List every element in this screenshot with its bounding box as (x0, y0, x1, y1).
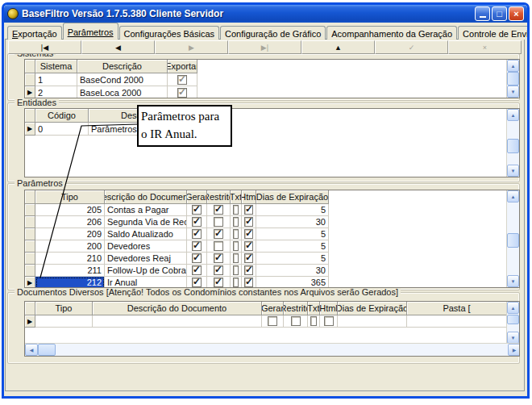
nav-last-button[interactable]: ▶| (228, 40, 301, 54)
html-checkbox[interactable] (244, 217, 253, 227)
table-row-selected[interactable]: ▶ 212 Ir Anual 365 (25, 277, 519, 288)
gerar-checkbox[interactable] (192, 253, 202, 263)
entidades-vertical-scrollbar[interactable]: ▲ ▼ (506, 109, 519, 177)
restrito-checkbox[interactable] (291, 316, 301, 326)
table-row[interactable]: 209 Saldo Atualizado 5 (25, 228, 519, 240)
nav-post-button[interactable]: ✓ (375, 40, 448, 54)
html-checkbox[interactable] (244, 278, 253, 287)
table-row[interactable]: 210 Devedores Reaj 5 (25, 253, 519, 265)
record-navigator: |◀ ◀ ▶ ▶| ▲ ✓ × (8, 40, 522, 54)
dias-cell: 5 (256, 253, 329, 265)
scroll-track[interactable] (507, 72, 519, 86)
scroll-up-icon[interactable]: ▲ (507, 302, 519, 314)
tab-configuracao-de-grafico[interactable]: Configuração de Gráfico (220, 26, 326, 40)
app-icon (7, 8, 19, 19)
titlebar[interactable]: BaseFiltro Versão 1.7.5.380 Cliente Serv… (4, 5, 527, 23)
minimize-button[interactable] (475, 6, 490, 21)
txt-checkbox[interactable] (310, 316, 317, 326)
txt-checkbox[interactable] (233, 205, 239, 215)
scroll-down-icon[interactable]: ▼ (507, 165, 519, 177)
tab-acompanhamento-da-geracao[interactable]: Acompanhamento da Geração (326, 26, 457, 40)
scroll-track[interactable] (507, 314, 519, 332)
tab-configuracoes-basicas[interactable]: Configurações Básicas (119, 26, 220, 40)
scroll-thumb[interactable] (38, 344, 56, 356)
txt-checkbox[interactable] (233, 217, 239, 227)
close-button[interactable]: × (509, 6, 524, 21)
scroll-track[interactable] (38, 344, 508, 356)
documentos-horizontal-scrollbar[interactable]: ◀ ▶ (25, 343, 520, 356)
scroll-right-icon[interactable]: ▶ (508, 344, 520, 356)
row-filler (329, 204, 519, 216)
txt-checkbox[interactable] (233, 265, 239, 275)
html-checkbox[interactable] (244, 229, 253, 239)
row-indicator (25, 204, 35, 216)
html-checkbox[interactable] (244, 205, 253, 215)
txt-checkbox[interactable] (233, 241, 239, 251)
maximize-button[interactable]: □ (492, 6, 507, 21)
restrito-cell (207, 204, 231, 216)
nav-insert-button[interactable]: ▲ (301, 40, 375, 54)
table-row[interactable]: 205 Contas a Pagar 5 (25, 204, 519, 216)
txt-checkbox[interactable] (233, 278, 239, 287)
scroll-track[interactable] (507, 202, 519, 275)
scroll-up-icon[interactable]: ▲ (507, 60, 519, 72)
table-row-selected[interactable]: ▶ 2 BaseLoca 2000 (25, 86, 519, 98)
scroll-track[interactable] (507, 121, 519, 165)
html-checkbox[interactable] (244, 265, 253, 275)
txt-checkbox[interactable] (233, 229, 239, 239)
nav-prior-button[interactable]: ◀ (81, 40, 155, 54)
scroll-up-icon[interactable]: ▲ (507, 190, 519, 202)
restrito-checkbox[interactable] (214, 217, 223, 227)
restrito-checkbox[interactable] (214, 241, 223, 251)
scroll-thumb[interactable] (507, 233, 519, 248)
scroll-left-icon[interactable]: ◀ (25, 344, 38, 356)
sistemas-vertical-scrollbar[interactable]: ▲ ▼ (506, 60, 519, 98)
scroll-up-icon[interactable]: ▲ (507, 109, 519, 121)
col-descricao-documento: Descrição do Documento (93, 302, 262, 315)
table-row[interactable]: 1 BaseCond 2000 (25, 73, 519, 86)
restrito-checkbox[interactable] (214, 265, 223, 275)
documentos-vertical-scrollbar[interactable]: ▲ ▼ (506, 302, 519, 344)
scroll-down-icon[interactable]: ▼ (507, 275, 519, 287)
txt-cell (231, 240, 242, 253)
gerar-checkbox[interactable] (192, 278, 202, 287)
tab-controle-de-envio[interactable]: Controle de Envio (458, 26, 530, 40)
table-row-selected[interactable]: ▶ (25, 315, 519, 328)
scroll-thumb[interactable] (507, 139, 519, 153)
gerar-checkbox[interactable] (192, 265, 202, 275)
table-row-selected[interactable]: ▶ 0 Parâmetros Genéricos (25, 123, 519, 136)
scroll-thumb[interactable] (507, 72, 519, 86)
txt-cell (231, 216, 242, 228)
scroll-down-icon[interactable]: ▼ (507, 86, 519, 98)
table-row[interactable]: 200 Devedores 5 (25, 240, 519, 253)
row-indicator (25, 228, 35, 240)
gerar-checkbox[interactable] (268, 316, 277, 326)
row-filler (329, 240, 519, 253)
restrito-checkbox[interactable] (214, 205, 223, 215)
restrito-checkbox[interactable] (214, 253, 223, 263)
nav-next-button[interactable]: ▶ (155, 40, 228, 54)
nav-first-button[interactable]: |◀ (8, 40, 81, 54)
restrito-checkbox[interactable] (214, 229, 223, 239)
scroll-down-icon[interactable]: ▼ (507, 332, 519, 344)
html-checkbox[interactable] (324, 316, 334, 326)
gerar-checkbox[interactable] (192, 241, 202, 251)
table-row[interactable]: 206 Segunda Via de Recibo 30 (25, 216, 519, 228)
gerar-checkbox[interactable] (192, 217, 202, 227)
exportar-checkbox[interactable] (177, 75, 187, 85)
html-checkbox[interactable] (244, 253, 253, 263)
restrito-checkbox[interactable] (214, 278, 223, 287)
gerar-checkbox[interactable] (192, 229, 202, 239)
exportar-checkbox[interactable] (177, 88, 187, 98)
col-descricao: Descrição (77, 60, 168, 73)
gerar-checkbox[interactable] (192, 205, 202, 215)
nav-cancel-button[interactable]: × (448, 40, 522, 54)
parametros-vertical-scrollbar[interactable]: ▲ ▼ (506, 190, 519, 287)
txt-checkbox[interactable] (233, 253, 239, 263)
html-checkbox[interactable] (244, 241, 253, 251)
entidades-header-row: Código Descrição (25, 109, 519, 123)
scroll-thumb[interactable] (507, 315, 519, 324)
tab-exportacao[interactable]: Exportação (7, 26, 62, 40)
tab-parametros[interactable]: Parâmetros (63, 23, 118, 40)
table-row[interactable]: 211 Follow-Up de Cobrança 30 (25, 265, 519, 277)
